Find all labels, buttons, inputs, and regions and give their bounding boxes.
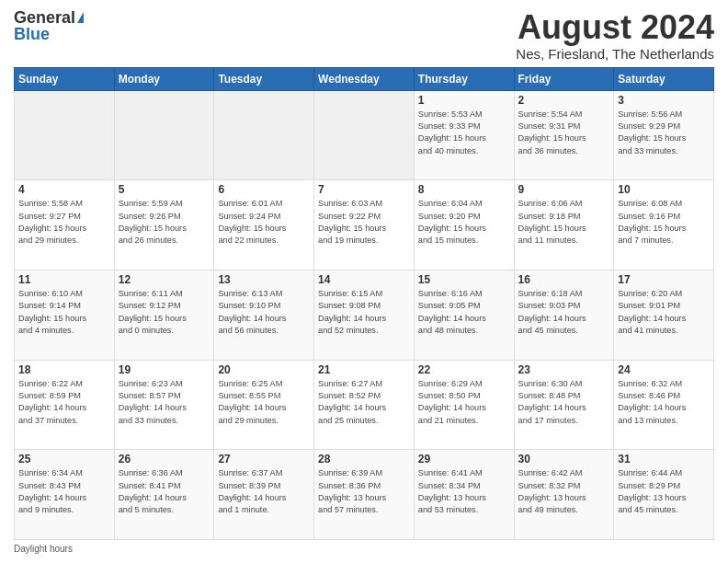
day-number: 27 — [218, 453, 310, 465]
logo-general-text: General — [14, 9, 75, 26]
day-info: Sunrise: 6:13 AM Sunset: 9:10 PM Dayligh… — [218, 288, 310, 337]
day-number: 9 — [518, 183, 610, 196]
week-row-4: 18Sunrise: 6:22 AM Sunset: 8:59 PM Dayli… — [15, 360, 714, 450]
weekday-header-monday: Monday — [114, 67, 214, 90]
calendar-cell: 26Sunrise: 6:36 AM Sunset: 8:41 PM Dayli… — [114, 450, 214, 540]
day-number: 23 — [518, 363, 610, 376]
day-number: 10 — [618, 183, 710, 196]
calendar-cell: 31Sunrise: 6:44 AM Sunset: 8:29 PM Dayli… — [614, 450, 714, 540]
day-info: Sunrise: 6:37 AM Sunset: 8:39 PM Dayligh… — [218, 467, 310, 516]
day-info: Sunrise: 5:54 AM Sunset: 9:31 PM Dayligh… — [518, 109, 610, 157]
day-info: Sunrise: 6:15 AM Sunset: 9:08 PM Dayligh… — [318, 288, 410, 337]
day-info: Sunrise: 6:39 AM Sunset: 8:36 PM Dayligh… — [318, 467, 410, 516]
calendar-cell: 10Sunrise: 6:08 AM Sunset: 9:16 PM Dayli… — [614, 180, 714, 270]
calendar-cell: 1Sunrise: 5:53 AM Sunset: 9:33 PM Daylig… — [414, 90, 514, 180]
day-info: Sunrise: 6:20 AM Sunset: 9:01 PM Dayligh… — [618, 288, 710, 337]
calendar-cell: 13Sunrise: 6:13 AM Sunset: 9:10 PM Dayli… — [214, 270, 314, 360]
header-right: August 2024 Nes, Friesland, The Netherla… — [516, 9, 714, 62]
calendar-cell — [15, 90, 115, 180]
day-info: Sunrise: 5:56 AM Sunset: 9:29 PM Dayligh… — [618, 109, 710, 157]
day-number: 14 — [318, 273, 410, 286]
day-number: 19 — [119, 363, 210, 376]
header: General Blue August 2024 Nes, Friesland,… — [14, 9, 714, 62]
calendar-cell: 30Sunrise: 6:42 AM Sunset: 8:32 PM Dayli… — [514, 450, 614, 540]
calendar-cell: 24Sunrise: 6:32 AM Sunset: 8:46 PM Dayli… — [614, 360, 714, 450]
weekday-header-tuesday: Tuesday — [214, 67, 314, 90]
calendar-cell — [214, 90, 314, 180]
weekday-header-saturday: Saturday — [614, 67, 714, 90]
day-info: Sunrise: 6:44 AM Sunset: 8:29 PM Dayligh… — [618, 467, 710, 516]
calendar-cell: 3Sunrise: 5:56 AM Sunset: 9:29 PM Daylig… — [614, 90, 714, 180]
calendar-cell: 5Sunrise: 5:59 AM Sunset: 9:26 PM Daylig… — [114, 180, 214, 270]
calendar-cell: 9Sunrise: 6:06 AM Sunset: 9:18 PM Daylig… — [514, 180, 614, 270]
day-number: 25 — [18, 453, 110, 465]
week-row-1: 1Sunrise: 5:53 AM Sunset: 9:33 PM Daylig… — [15, 90, 714, 180]
day-info: Sunrise: 6:25 AM Sunset: 8:55 PM Dayligh… — [218, 378, 310, 427]
calendar-cell: 12Sunrise: 6:11 AM Sunset: 9:12 PM Dayli… — [114, 270, 214, 360]
day-number: 5 — [119, 183, 210, 196]
day-number: 2 — [518, 94, 610, 107]
calendar-cell: 14Sunrise: 6:15 AM Sunset: 9:08 PM Dayli… — [314, 270, 415, 360]
day-info: Sunrise: 6:42 AM Sunset: 8:32 PM Dayligh… — [518, 467, 610, 516]
calendar-cell: 17Sunrise: 6:20 AM Sunset: 9:01 PM Dayli… — [614, 270, 714, 360]
calendar-cell — [114, 90, 214, 180]
day-number: 17 — [618, 273, 710, 286]
day-info: Sunrise: 6:01 AM Sunset: 9:24 PM Dayligh… — [218, 198, 310, 247]
day-info: Sunrise: 6:03 AM Sunset: 9:22 PM Dayligh… — [318, 198, 410, 247]
day-info: Sunrise: 6:30 AM Sunset: 8:48 PM Dayligh… — [518, 378, 610, 427]
day-number: 21 — [318, 363, 410, 376]
day-info: Sunrise: 6:08 AM Sunset: 9:16 PM Dayligh… — [618, 198, 710, 247]
weekday-header-wednesday: Wednesday — [314, 67, 415, 90]
logo: General Blue — [14, 9, 84, 42]
calendar-cell: 19Sunrise: 6:23 AM Sunset: 8:57 PM Dayli… — [114, 360, 214, 450]
day-number: 18 — [18, 363, 110, 376]
day-info: Sunrise: 6:34 AM Sunset: 8:43 PM Dayligh… — [18, 467, 110, 516]
day-info: Sunrise: 5:59 AM Sunset: 9:26 PM Dayligh… — [119, 198, 210, 247]
month-title: August 2024 — [516, 9, 714, 46]
calendar-cell: 18Sunrise: 6:22 AM Sunset: 8:59 PM Dayli… — [15, 360, 115, 450]
day-number: 30 — [518, 453, 610, 465]
day-info: Sunrise: 6:29 AM Sunset: 8:50 PM Dayligh… — [418, 378, 510, 427]
day-info: Sunrise: 6:11 AM Sunset: 9:12 PM Dayligh… — [119, 288, 210, 337]
day-number: 22 — [418, 363, 510, 376]
weekday-header-thursday: Thursday — [414, 67, 514, 90]
page: General Blue August 2024 Nes, Friesland,… — [0, 0, 728, 563]
day-info: Sunrise: 6:32 AM Sunset: 8:46 PM Dayligh… — [618, 378, 710, 427]
day-number: 4 — [18, 183, 110, 196]
daylight-label: Daylight hours — [14, 544, 73, 554]
day-info: Sunrise: 6:23 AM Sunset: 8:57 PM Dayligh… — [119, 378, 210, 427]
weekday-header-row: SundayMondayTuesdayWednesdayThursdayFrid… — [15, 67, 714, 90]
day-info: Sunrise: 6:04 AM Sunset: 9:20 PM Dayligh… — [418, 198, 510, 247]
day-number: 7 — [318, 183, 410, 196]
day-number: 31 — [618, 453, 710, 465]
calendar-cell: 29Sunrise: 6:41 AM Sunset: 8:34 PM Dayli… — [414, 450, 514, 540]
calendar-cell: 22Sunrise: 6:29 AM Sunset: 8:50 PM Dayli… — [414, 360, 514, 450]
week-row-5: 25Sunrise: 6:34 AM Sunset: 8:43 PM Dayli… — [15, 450, 714, 540]
day-number: 15 — [418, 273, 510, 286]
calendar-cell: 28Sunrise: 6:39 AM Sunset: 8:36 PM Dayli… — [314, 450, 415, 540]
day-info: Sunrise: 6:41 AM Sunset: 8:34 PM Dayligh… — [418, 467, 510, 516]
day-number: 26 — [119, 453, 210, 465]
calendar-cell: 11Sunrise: 6:10 AM Sunset: 9:14 PM Dayli… — [15, 270, 115, 360]
calendar-cell: 21Sunrise: 6:27 AM Sunset: 8:52 PM Dayli… — [314, 360, 415, 450]
day-number: 29 — [418, 453, 510, 465]
day-info: Sunrise: 6:06 AM Sunset: 9:18 PM Dayligh… — [518, 198, 610, 247]
day-number: 12 — [119, 273, 210, 286]
weekday-header-sunday: Sunday — [15, 67, 115, 90]
day-info: Sunrise: 6:22 AM Sunset: 8:59 PM Dayligh… — [18, 378, 110, 427]
calendar-cell: 4Sunrise: 5:58 AM Sunset: 9:27 PM Daylig… — [15, 180, 115, 270]
weekday-header-friday: Friday — [514, 67, 614, 90]
logo-blue-text: Blue — [14, 26, 50, 42]
day-number: 8 — [418, 183, 510, 196]
location: Nes, Friesland, The Netherlands — [516, 46, 714, 62]
day-number: 16 — [518, 273, 610, 286]
calendar-cell: 15Sunrise: 6:16 AM Sunset: 9:05 PM Dayli… — [414, 270, 514, 360]
calendar-cell — [314, 90, 415, 180]
day-number: 6 — [218, 183, 310, 196]
day-number: 13 — [218, 273, 310, 286]
day-info: Sunrise: 6:18 AM Sunset: 9:03 PM Dayligh… — [518, 288, 610, 337]
week-row-3: 11Sunrise: 6:10 AM Sunset: 9:14 PM Dayli… — [15, 270, 714, 360]
calendar-cell: 25Sunrise: 6:34 AM Sunset: 8:43 PM Dayli… — [15, 450, 115, 540]
day-info: Sunrise: 6:16 AM Sunset: 9:05 PM Dayligh… — [418, 288, 510, 337]
logo-triangle-icon — [77, 12, 84, 23]
